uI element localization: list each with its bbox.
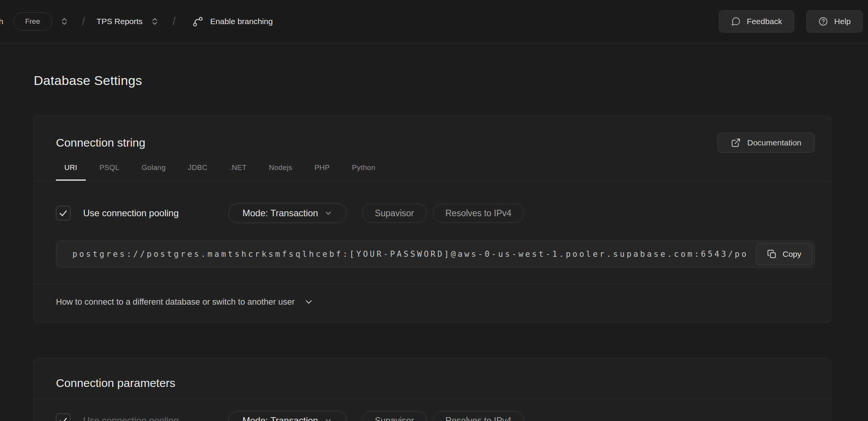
pooling-mode-dropdown[interactable]: Mode: Transaction bbox=[228, 203, 347, 223]
tab-golang[interactable]: Golang bbox=[133, 163, 174, 181]
tab-php[interactable]: PHP bbox=[306, 163, 338, 181]
feedback-button-label: Feedback bbox=[747, 17, 782, 26]
tab-uri[interactable]: URI bbox=[56, 163, 86, 181]
plan-badge-label: Free bbox=[25, 17, 40, 26]
copy-button-label: Copy bbox=[783, 250, 801, 259]
breadcrumb-separator: / bbox=[82, 15, 85, 28]
tab-python[interactable]: Python bbox=[344, 163, 384, 181]
pooling-mode-label: Mode: Transaction bbox=[242, 208, 318, 219]
tab-jdbc[interactable]: JDBC bbox=[180, 163, 216, 181]
connection-string-body: Use connection pooling Mode: Transaction… bbox=[34, 181, 831, 268]
help-circle-icon bbox=[818, 16, 828, 26]
supavisor-badge: Supavisor bbox=[362, 204, 426, 223]
connection-type-tabs: URI PSQL Golang JDBC .NET Nodejs PHP Pyt… bbox=[34, 163, 831, 181]
chevron-down-icon bbox=[324, 416, 332, 421]
project-switcher-chevrons-icon[interactable] bbox=[149, 15, 161, 28]
pooling-row: Use connection pooling Mode: Transaction… bbox=[56, 411, 815, 421]
topbar-actions: Feedback Help bbox=[719, 10, 863, 33]
documentation-button[interactable]: Documentation bbox=[717, 133, 815, 153]
top-navigation-bar: h Free / TPS Reports / Enable branching bbox=[0, 0, 868, 43]
plan-badge[interactable]: Free bbox=[13, 12, 52, 31]
resolves-to-ipv4-badge: Resolves to IPv4 bbox=[433, 204, 524, 223]
feedback-bubble-icon bbox=[731, 16, 741, 26]
connection-string-card: Connection string Documentation URI PSQL… bbox=[33, 116, 831, 323]
pooling-mode-label: Mode: Transaction bbox=[242, 415, 318, 421]
connect-help-label: How to connect to a different database o… bbox=[56, 297, 295, 307]
copy-icon bbox=[767, 249, 777, 259]
use-connection-pooling-label: Use connection pooling bbox=[83, 208, 228, 219]
help-button-label: Help bbox=[834, 17, 851, 26]
connection-string-title: Connection string bbox=[56, 136, 145, 149]
check-icon bbox=[58, 208, 68, 218]
resolves-to-ipv4-badge: Resolves to IPv4 bbox=[433, 411, 524, 421]
check-icon bbox=[58, 416, 68, 421]
copy-button[interactable]: Copy bbox=[756, 243, 812, 265]
pooling-row: Use connection pooling Mode: Transaction… bbox=[56, 203, 815, 223]
page-title: Database Settings bbox=[34, 73, 831, 88]
feedback-button[interactable]: Feedback bbox=[719, 10, 794, 33]
truncated-breadcrumb-text: h bbox=[0, 17, 3, 26]
connect-help-collapsible[interactable]: How to connect to a different database o… bbox=[34, 284, 831, 322]
external-link-icon bbox=[731, 138, 741, 148]
project-name[interactable]: TPS Reports bbox=[97, 17, 142, 26]
connection-parameters-title: Connection parameters bbox=[56, 377, 175, 390]
chevron-down-icon bbox=[304, 297, 314, 307]
settings-page: Database Settings Connection string Docu… bbox=[0, 73, 868, 421]
connection-parameters-body: Use connection pooling Mode: Transaction… bbox=[34, 399, 831, 421]
documentation-button-label: Documentation bbox=[747, 138, 801, 147]
org-switcher-chevrons-icon[interactable] bbox=[58, 15, 70, 28]
connection-parameters-header: Connection parameters bbox=[34, 358, 831, 399]
supavisor-badge: Supavisor bbox=[362, 411, 426, 421]
pooling-mode-dropdown[interactable]: Mode: Transaction bbox=[228, 411, 347, 421]
connection-uri-value[interactable]: postgres://postgres.mamtshcrksmfsqlhcebf… bbox=[56, 241, 815, 268]
chevron-down-icon bbox=[324, 209, 332, 217]
help-button[interactable]: Help bbox=[806, 10, 863, 33]
tab-dotnet[interactable]: .NET bbox=[221, 163, 255, 181]
enable-branching-button[interactable]: Enable branching bbox=[192, 16, 273, 27]
connection-string-header: Connection string Documentation bbox=[34, 116, 831, 153]
connection-parameters-card: Connection parameters Use connection poo… bbox=[33, 358, 831, 421]
tab-psql[interactable]: PSQL bbox=[91, 163, 128, 181]
use-connection-pooling-label: Use connection pooling bbox=[83, 415, 228, 421]
git-branch-icon bbox=[192, 16, 203, 27]
use-connection-pooling-checkbox[interactable] bbox=[56, 206, 70, 220]
enable-branching-label: Enable branching bbox=[210, 17, 273, 26]
breadcrumb-separator: / bbox=[172, 15, 175, 28]
use-connection-pooling-checkbox[interactable] bbox=[56, 413, 70, 421]
connection-uri-row: postgres://postgres.mamtshcrksmfsqlhcebf… bbox=[56, 241, 815, 268]
tab-nodejs[interactable]: Nodejs bbox=[260, 163, 301, 181]
